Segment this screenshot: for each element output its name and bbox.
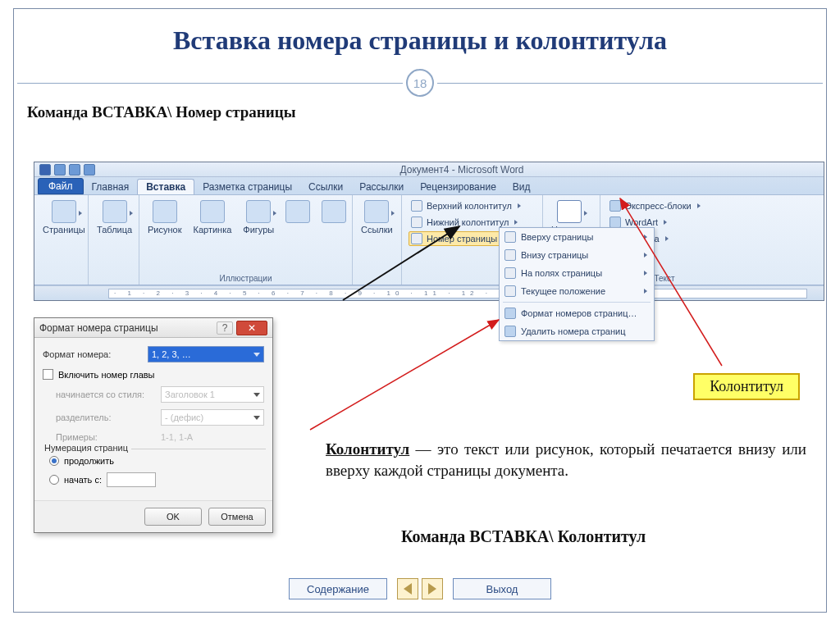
- word-titlebar: Документ4 - Microsoft Word: [34, 162, 824, 177]
- links-icon: [364, 200, 389, 223]
- page-bottom-icon: [504, 249, 516, 261]
- definition-paragraph: Колонтитул — это текст или рисунок, кото…: [326, 439, 806, 481]
- dd-current-position[interactable]: Текущее положение: [500, 282, 654, 300]
- picture-label: Рисунок: [148, 225, 182, 235]
- header-button[interactable]: Верхний колонтитул: [409, 198, 536, 213]
- chevron-down-icon: [665, 236, 669, 241]
- footer-label: Нижний колонтитул: [427, 217, 509, 227]
- prev-slide-button[interactable]: [397, 578, 418, 599]
- starts-style-value: Заголовок 1: [165, 390, 215, 399]
- group-illustrations: Рисунок Картинка Фигуры: [139, 195, 353, 285]
- format-combo[interactable]: 1, 2, 3, …: [148, 346, 264, 362]
- dialog-title: Формат номера страницы: [39, 322, 158, 334]
- pages-icon: [52, 200, 76, 223]
- submenu-arrow-icon: [644, 235, 647, 239]
- header-icon: [411, 200, 422, 212]
- links-button[interactable]: Ссылки: [359, 198, 395, 236]
- separator-value: - (дефис): [165, 412, 203, 422]
- dd-remove-label: Удалить номера страниц: [521, 326, 626, 336]
- quick-access-toolbar: [34, 164, 100, 175]
- undo-icon[interactable]: [69, 164, 80, 175]
- submenu-arrow-icon: [644, 289, 647, 294]
- start-at-spinner[interactable]: [107, 472, 156, 487]
- dd-top-label: Вверху страницы: [521, 232, 593, 242]
- textbox-icon: [557, 200, 582, 223]
- next-slide-button[interactable]: [422, 578, 443, 599]
- dialog-titlebar: Формат номера страницы ? ✕: [34, 318, 272, 338]
- include-chapter-checkbox[interactable]: [43, 369, 53, 380]
- command-insert-pagenum: Команда ВСТАВКА\ Номер страницы: [27, 103, 826, 121]
- window-title: Документ4 - Microsoft Word: [100, 164, 824, 175]
- tab-insert[interactable]: Вставка: [137, 179, 194, 194]
- starts-style-label: начинается со стиля:: [56, 390, 154, 399]
- picture-icon: [153, 200, 177, 223]
- chart-button[interactable]: [320, 198, 348, 225]
- pages-button[interactable]: Страницы: [41, 198, 87, 236]
- slide-title: Вставка номера страницы и колонтитула: [14, 25, 826, 56]
- radio-start-at[interactable]: [49, 475, 59, 485]
- dd-format-label: Формат номеров страниц…: [521, 308, 637, 318]
- table-button[interactable]: Таблица: [95, 198, 134, 236]
- format-label: Формат номера:: [43, 349, 141, 359]
- cancel-button[interactable]: Отмена: [208, 508, 266, 526]
- include-chapter-label: Включить номер главы: [58, 370, 155, 380]
- links-label: Ссылки: [361, 225, 393, 235]
- redo-icon[interactable]: [84, 164, 95, 175]
- contents-button[interactable]: Содержание: [289, 578, 387, 599]
- clipart-icon: [200, 200, 225, 223]
- chevron-down-icon: [514, 220, 518, 225]
- shapes-button[interactable]: Фигуры: [241, 198, 276, 236]
- dropdown-separator: [503, 302, 651, 303]
- page-number-badge: 18: [406, 69, 434, 97]
- dd-margins-label: На полях страницы: [521, 268, 602, 278]
- clipart-button[interactable]: Картинка: [192, 198, 234, 236]
- page-margins-icon: [504, 267, 516, 279]
- current-pos-icon: [504, 285, 516, 297]
- ribbon: Страницы Таблица Рис: [34, 195, 824, 285]
- ok-button[interactable]: OK: [144, 508, 202, 526]
- table-label: Таблица: [97, 225, 132, 235]
- dd-format-page-numbers[interactable]: Формат номеров страниц…: [500, 304, 654, 322]
- format-value: 1, 2, 3, …: [152, 349, 191, 359]
- shapes-icon: [246, 200, 271, 223]
- tab-home[interactable]: Главная: [84, 180, 138, 194]
- help-button[interactable]: ?: [217, 321, 233, 335]
- remove-icon: [504, 326, 516, 337]
- chevron-down-icon: [253, 393, 260, 397]
- word-icon: [39, 164, 51, 175]
- smartart-icon: [285, 200, 310, 223]
- tab-file[interactable]: Файл: [38, 178, 84, 194]
- command-insert-header: Команда ВСТАВКА\ Колонтитул: [401, 527, 646, 546]
- dd-bottom-of-page[interactable]: Внизу страницы: [500, 246, 654, 264]
- radio-continue-label: продолжить: [64, 456, 114, 466]
- wordart-icon: [609, 217, 621, 228]
- term: Колонтитул: [326, 440, 409, 458]
- header-label: Верхний колонтитул: [427, 201, 512, 211]
- dd-remove-page-numbers[interactable]: Удалить номера страниц: [500, 322, 654, 340]
- ribbon-tabs: Файл Главная Вставка Разметка страницы С…: [34, 177, 824, 195]
- exit-button[interactable]: Выход: [453, 578, 551, 599]
- tab-mailings[interactable]: Рассылки: [351, 180, 412, 194]
- picture-button[interactable]: Рисунок: [146, 198, 184, 236]
- tab-references[interactable]: Ссылки: [300, 180, 351, 194]
- illustrations-group-label: Иллюстрации: [146, 272, 345, 283]
- radio-continue[interactable]: [49, 456, 59, 466]
- tab-review[interactable]: Рецензирование: [412, 180, 504, 194]
- tab-view[interactable]: Вид: [504, 180, 539, 194]
- smartart-button[interactable]: [284, 198, 312, 225]
- wordart-label: WordArt: [625, 217, 658, 227]
- save-icon[interactable]: [54, 164, 66, 175]
- page-number-icon: [411, 233, 422, 244]
- table-icon: [103, 200, 127, 223]
- shapes-label: Фигуры: [243, 225, 274, 235]
- footer-icon: [411, 217, 422, 228]
- word-window: Документ4 - Microsoft Word Файл Главная …: [34, 162, 824, 301]
- close-button[interactable]: ✕: [236, 321, 267, 335]
- dd-page-margins[interactable]: На полях страницы: [500, 264, 654, 282]
- page-number-label: Номер страницы: [427, 234, 497, 244]
- quickparts-label: Экспресс-блоки: [625, 201, 692, 211]
- examples-value: 1-1, 1-A: [161, 432, 193, 442]
- quickparts-button[interactable]: Экспресс-блоки: [607, 198, 722, 213]
- dd-top-of-page[interactable]: Вверху страницы: [500, 228, 654, 246]
- tab-layout[interactable]: Разметка страницы: [194, 180, 300, 194]
